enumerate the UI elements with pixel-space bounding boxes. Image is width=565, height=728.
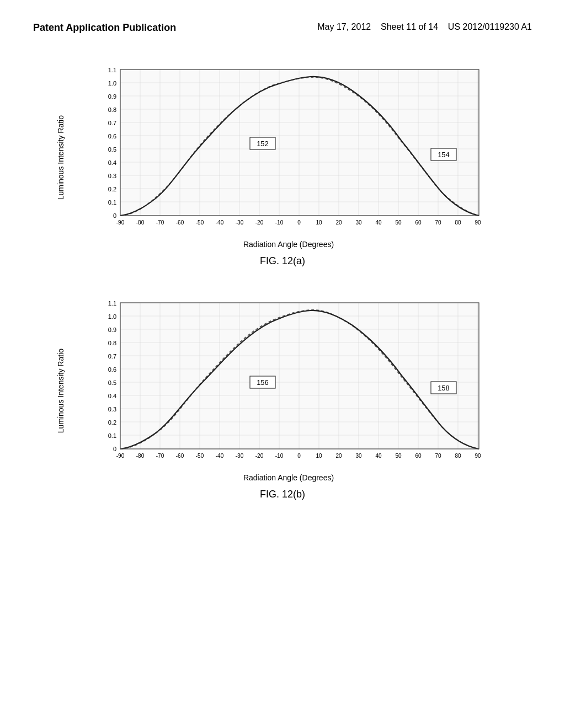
svg-text:0.6: 0.6 bbox=[108, 133, 116, 140]
svg-text:1.1: 1.1 bbox=[108, 67, 116, 73]
svg-text:10: 10 bbox=[316, 453, 322, 459]
svg-text:1.0: 1.0 bbox=[108, 313, 116, 320]
chart-area-12a: 1.1 1.0 0.9 0.8 0.7 0.6 0.5 0.4 0.3 0.2 … bbox=[68, 67, 509, 249]
svg-text:30: 30 bbox=[355, 220, 362, 226]
x-axis-label-12b: Radiation Angle (Degrees) bbox=[243, 473, 334, 482]
svg-text:20: 20 bbox=[335, 220, 342, 226]
svg-text:0: 0 bbox=[113, 446, 116, 452]
svg-text:0: 0 bbox=[297, 453, 301, 459]
svg-text:-30: -30 bbox=[236, 453, 244, 459]
page: Patent Application Publication May 17, 2… bbox=[0, 0, 565, 728]
svg-rect-66 bbox=[120, 303, 479, 449]
svg-text:0.5: 0.5 bbox=[108, 379, 116, 386]
figures-container: Luminous Intensity Ratio bbox=[33, 67, 532, 500]
svg-text:-10: -10 bbox=[275, 453, 284, 459]
svg-text:152: 152 bbox=[257, 140, 269, 148]
svg-text:40: 40 bbox=[375, 453, 382, 459]
svg-text:-90: -90 bbox=[116, 453, 125, 459]
svg-text:0.7: 0.7 bbox=[108, 353, 116, 360]
svg-text:-70: -70 bbox=[156, 220, 164, 226]
svg-text:0: 0 bbox=[113, 212, 116, 219]
svg-text:50: 50 bbox=[395, 220, 402, 226]
svg-text:-20: -20 bbox=[255, 220, 264, 226]
svg-text:0.1: 0.1 bbox=[108, 432, 116, 439]
svg-text:60: 60 bbox=[415, 453, 422, 459]
figure-12b: Luminous Intensity Ratio bbox=[33, 300, 532, 500]
svg-text:0.7: 0.7 bbox=[108, 120, 116, 126]
svg-text:0.1: 0.1 bbox=[108, 199, 116, 206]
svg-text:90: 90 bbox=[475, 220, 481, 226]
svg-text:0.4: 0.4 bbox=[108, 393, 116, 399]
figure-caption-12b: FIG. 12(b) bbox=[260, 489, 305, 500]
svg-text:-20: -20 bbox=[255, 453, 264, 459]
header-info: May 17, 2012 Sheet 11 of 14 US 2012/0119… bbox=[317, 22, 532, 32]
svg-text:80: 80 bbox=[455, 453, 461, 459]
svg-text:-80: -80 bbox=[136, 453, 145, 459]
x-axis-label-12a: Radiation Angle (Degrees) bbox=[243, 240, 334, 249]
svg-text:1.0: 1.0 bbox=[108, 80, 116, 87]
chart-area-12b: 1.1 1.0 0.9 0.8 0.7 0.6 0.5 0.4 0.3 0.2 … bbox=[68, 300, 509, 482]
svg-text:40: 40 bbox=[375, 220, 382, 226]
svg-text:80: 80 bbox=[455, 220, 461, 226]
svg-text:70: 70 bbox=[435, 453, 441, 459]
svg-text:0.5: 0.5 bbox=[108, 146, 116, 153]
publication-title: Patent Application Publication bbox=[33, 22, 176, 34]
chart-svg-12a: 1.1 1.0 0.9 0.8 0.7 0.6 0.5 0.4 0.3 0.2 … bbox=[90, 67, 487, 238]
chart-wrapper-12a: Luminous Intensity Ratio bbox=[56, 67, 509, 249]
svg-text:-40: -40 bbox=[216, 220, 224, 226]
svg-text:0.8: 0.8 bbox=[108, 340, 116, 346]
svg-text:0.3: 0.3 bbox=[108, 173, 116, 179]
svg-text:20: 20 bbox=[335, 453, 342, 459]
svg-text:90: 90 bbox=[475, 453, 481, 459]
svg-text:-30: -30 bbox=[236, 220, 244, 226]
svg-text:50: 50 bbox=[395, 453, 402, 459]
svg-text:-50: -50 bbox=[196, 453, 204, 459]
svg-text:-60: -60 bbox=[176, 220, 184, 226]
chart-svg-element-12a: 1.1 1.0 0.9 0.8 0.7 0.6 0.5 0.4 0.3 0.2 … bbox=[90, 67, 487, 238]
svg-text:-80: -80 bbox=[136, 220, 145, 226]
sheet-info: Sheet 11 of 14 bbox=[381, 22, 438, 31]
chart-wrapper-12b: Luminous Intensity Ratio bbox=[56, 300, 509, 482]
svg-text:0.9: 0.9 bbox=[108, 93, 116, 100]
svg-text:0.2: 0.2 bbox=[108, 419, 116, 426]
y-axis-label-12b: Luminous Intensity Ratio bbox=[56, 349, 65, 433]
y-axis-label-12a: Luminous Intensity Ratio bbox=[56, 115, 65, 200]
svg-text:-40: -40 bbox=[216, 453, 224, 459]
publication-date: May 17, 2012 bbox=[317, 22, 371, 31]
svg-text:-10: -10 bbox=[275, 220, 284, 226]
svg-text:0.2: 0.2 bbox=[108, 186, 116, 192]
svg-text:1.1: 1.1 bbox=[108, 300, 116, 307]
svg-text:10: 10 bbox=[316, 220, 322, 226]
svg-text:156: 156 bbox=[257, 378, 269, 387]
svg-text:0.6: 0.6 bbox=[108, 366, 116, 373]
svg-text:0.4: 0.4 bbox=[108, 159, 116, 166]
chart-svg-element-12b: 1.1 1.0 0.9 0.8 0.7 0.6 0.5 0.4 0.3 0.2 … bbox=[90, 300, 487, 471]
svg-rect-0 bbox=[120, 69, 479, 216]
figure-caption-12a: FIG. 12(a) bbox=[260, 255, 305, 267]
patent-number: US 2012/0119230 A1 bbox=[448, 22, 532, 31]
chart-svg-12b: 1.1 1.0 0.9 0.8 0.7 0.6 0.5 0.4 0.3 0.2 … bbox=[90, 300, 487, 471]
svg-text:158: 158 bbox=[438, 384, 450, 392]
svg-text:30: 30 bbox=[355, 453, 362, 459]
svg-text:70: 70 bbox=[435, 220, 441, 226]
svg-text:-90: -90 bbox=[116, 220, 125, 226]
svg-text:0: 0 bbox=[297, 220, 301, 226]
svg-text:60: 60 bbox=[415, 220, 422, 226]
page-header: Patent Application Publication May 17, 2… bbox=[33, 22, 532, 34]
svg-text:0.3: 0.3 bbox=[108, 406, 116, 413]
svg-text:0.9: 0.9 bbox=[108, 326, 116, 333]
svg-text:0.8: 0.8 bbox=[108, 106, 116, 113]
svg-text:-70: -70 bbox=[156, 453, 164, 459]
figure-12a: Luminous Intensity Ratio bbox=[33, 67, 532, 267]
svg-text:-50: -50 bbox=[196, 220, 204, 226]
svg-text:-60: -60 bbox=[176, 453, 184, 459]
svg-text:154: 154 bbox=[438, 151, 450, 159]
